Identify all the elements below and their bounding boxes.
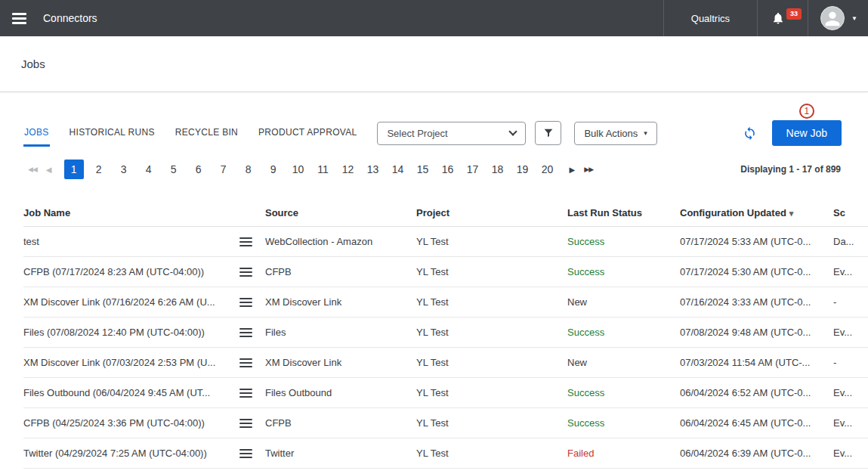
tab-bar: JOBS HISTORICAL RUNS RECYCLE BIN PRODUCT… (23, 119, 357, 147)
page-header: Jobs (0, 36, 868, 92)
page-button-20[interactable]: 20 (538, 160, 558, 179)
bell-icon (771, 11, 785, 25)
table-row[interactable]: Twitter (04/29/2024 7:25 AM (UTC-04:00))… (23, 438, 868, 469)
page-title: Jobs (21, 57, 45, 70)
page-button-6[interactable]: 6 (189, 160, 209, 179)
last-run-status: New (567, 348, 680, 378)
job-source: CFPB (265, 408, 416, 438)
table-row[interactable]: CFPB (07/17/2024 8:23 AM (UTC-04:00)) CF… (23, 257, 868, 287)
next-page-button[interactable]: ▶ (565, 160, 580, 179)
job-schedule: Ev... (833, 318, 868, 348)
row-menu-icon[interactable] (238, 234, 254, 249)
tab-recycle-bin[interactable]: RECYCLE BIN (175, 119, 239, 147)
configuration-updated: 07/17/2024 5:33 AM (UTC-0... (680, 227, 833, 257)
column-header-last-run-status[interactable]: Last Run Status (567, 200, 680, 227)
job-source: Files Outbound (265, 378, 416, 408)
page-button-3[interactable]: 3 (114, 160, 134, 179)
refresh-button[interactable] (743, 126, 757, 141)
job-name[interactable]: XM Discover Link (07/03/2024 2:53 PM (U.… (23, 348, 238, 378)
job-name[interactable]: CFPB (04/25/2024 3:36 PM (UTC-04:00)) (23, 408, 238, 438)
table-header-row: Job Name Source Project Last Run Status … (23, 200, 868, 227)
user-menu[interactable]: ▼ (808, 0, 868, 36)
tab-historical-runs[interactable]: HISTORICAL RUNS (69, 119, 156, 147)
page-button-16[interactable]: 16 (438, 160, 458, 179)
job-schedule: Ev... (833, 378, 868, 408)
tab-product-approval[interactable]: PRODUCT APPROVAL (258, 119, 357, 147)
job-name[interactable]: Twitter (04/29/2024 7:25 AM (UTC-04:00)) (23, 438, 238, 469)
last-run-status: Success (567, 257, 680, 287)
column-header-configuration-updated[interactable]: Configuration Updated▾ (680, 200, 833, 227)
topbar-right: Qualtrics 33 ▼ (663, 0, 868, 36)
page-button-11[interactable]: 11 (314, 160, 333, 179)
row-menu-icon[interactable] (238, 416, 254, 431)
column-header-schedule[interactable]: Sc (833, 200, 868, 227)
next-page-icon: ▶ (570, 166, 576, 174)
app-title: Connectors (43, 12, 97, 24)
filter-button[interactable] (535, 121, 561, 145)
tab-jobs[interactable]: JOBS (23, 119, 50, 147)
job-source: Twitter (265, 438, 416, 469)
page-button-14[interactable]: 14 (388, 160, 408, 179)
column-label: Configuration Updated (680, 207, 786, 218)
previous-page-button[interactable]: ◀ (42, 160, 57, 179)
table-row[interactable]: CFPB (04/25/2024 3:36 PM (UTC-04:00)) CF… (23, 408, 868, 438)
page-button-9[interactable]: 9 (264, 160, 283, 179)
table-row[interactable]: XM Discover Link (07/03/2024 2:53 PM (U.… (23, 348, 868, 378)
table-row[interactable]: Files (07/08/2024 12:40 PM (UTC-04:00)) … (23, 318, 868, 348)
bulk-actions-button[interactable]: Bulk Actions ▾ (574, 122, 656, 145)
table-row[interactable]: XM Discover Link (07/16/2024 6:26 AM (U.… (23, 287, 868, 318)
previous-page-icon: ◀ (46, 166, 52, 174)
page-button-1[interactable]: 1 (64, 160, 84, 179)
table-row[interactable]: test WebCollection - Amazon YL Test Succ… (23, 227, 868, 257)
page-button-10[interactable]: 10 (289, 160, 308, 179)
job-project: YL Test (416, 438, 567, 469)
page-button-19[interactable]: 19 (513, 160, 533, 179)
page-button-2[interactable]: 2 (89, 160, 109, 179)
row-menu-cell (238, 257, 265, 287)
job-name[interactable]: CFPB (07/17/2024 8:23 AM (UTC-04:00)) (23, 257, 238, 287)
last-page-icon: ▶▶ (584, 166, 593, 173)
row-menu-icon[interactable] (238, 355, 254, 370)
row-menu-icon[interactable] (238, 325, 254, 340)
first-page-button[interactable]: ◀◀ (23, 160, 42, 179)
hamburger-menu-icon[interactable] (6, 7, 32, 30)
page-button-18[interactable]: 18 (488, 160, 508, 179)
configuration-updated: 07/08/2024 9:48 AM (UTC-0... (680, 318, 833, 348)
last-page-button[interactable]: ▶▶ (579, 160, 598, 179)
table-row[interactable]: Files Outbound (06/04/2024 9:45 AM (UT..… (23, 378, 868, 408)
job-name[interactable]: XM Discover Link (07/16/2024 6:26 AM (U.… (23, 287, 238, 318)
page-button-7[interactable]: 7 (214, 160, 233, 179)
page-button-12[interactable]: 12 (338, 160, 358, 179)
row-menu-icon[interactable] (238, 386, 254, 401)
brand-menu[interactable]: Qualtrics (663, 0, 757, 36)
job-schedule: - (833, 287, 868, 318)
column-header-job-name[interactable]: Job Name (23, 200, 238, 227)
project-select[interactable]: Select Project (377, 122, 526, 145)
configuration-updated: 06/04/2024 6:39 AM (UTC-0... (680, 438, 833, 469)
row-menu-icon[interactable] (238, 295, 254, 310)
last-run-status: Success (567, 227, 680, 257)
page-button-13[interactable]: 13 (363, 160, 383, 179)
row-menu-cell (238, 318, 265, 348)
job-name[interactable]: test (23, 227, 238, 257)
page-button-4[interactable]: 4 (139, 160, 159, 179)
column-header-project[interactable]: Project (416, 200, 567, 227)
row-menu-icon[interactable] (238, 446, 254, 461)
row-menu-icon[interactable] (238, 265, 254, 280)
job-schedule: - (833, 348, 868, 378)
job-name[interactable]: Files (07/08/2024 12:40 PM (UTC-04:00)) (23, 318, 238, 348)
page-button-17[interactable]: 17 (463, 160, 483, 179)
page-button-5[interactable]: 5 (164, 160, 184, 179)
row-menu-cell (238, 378, 265, 408)
notifications-button[interactable]: 33 (757, 0, 808, 36)
topbar-left: Connectors (0, 0, 97, 36)
page-button-15[interactable]: 15 (413, 160, 433, 179)
job-name[interactable]: Files Outbound (06/04/2024 9:45 AM (UT..… (23, 378, 238, 408)
last-run-status: Success (567, 318, 680, 348)
job-project: YL Test (416, 378, 567, 408)
column-header-source[interactable]: Source (265, 200, 416, 227)
job-project: YL Test (416, 257, 567, 287)
new-job-button[interactable]: New Job (772, 120, 842, 146)
job-project: YL Test (416, 287, 567, 318)
page-button-8[interactable]: 8 (239, 160, 258, 179)
